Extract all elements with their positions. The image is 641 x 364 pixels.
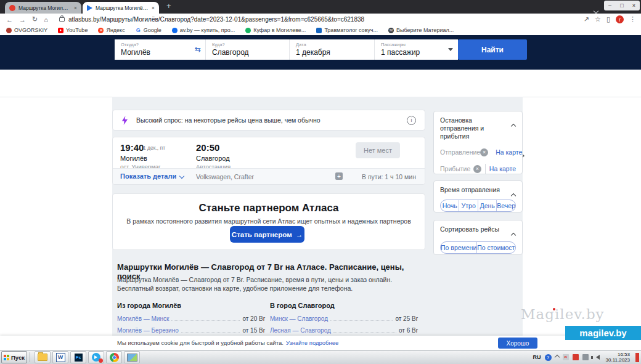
filter-sort-title: Сортировать рейсы — [440, 225, 514, 233]
collapse-chevron-icon[interactable] — [512, 119, 515, 131]
bookmark-yandex[interactable]: Яндекс — [98, 27, 125, 33]
taskbar-word-button[interactable] — [52, 351, 68, 363]
browser-menu-icon[interactable]: ⋮ — [629, 15, 636, 23]
lightning-icon — [121, 116, 128, 125]
clear-icon[interactable] — [473, 165, 481, 173]
hidden-icons-chevron-icon[interactable] — [554, 355, 559, 360]
filter-stops-box: Остановка отправления и прибытия Отправл… — [433, 111, 523, 174]
departure-stop-field[interactable]: Отправление На карте — [440, 147, 516, 157]
on-map-link[interactable]: На карте — [496, 148, 522, 156]
time-filter-morning[interactable]: Утро — [459, 200, 477, 211]
collapse-chevron-icon[interactable] — [512, 189, 515, 200]
chevron-down-icon — [179, 174, 184, 179]
profile-avatar[interactable]: r — [616, 15, 624, 23]
clear-icon[interactable] — [480, 148, 488, 156]
system-tray: RU 16:53 30.11.2023 — [533, 352, 641, 363]
bookmark-youtube[interactable]: YouTube — [58, 27, 88, 33]
url-field[interactable]: atlasbus.by/Маршруты/Могилёв/Славгород?d… — [68, 16, 364, 23]
taskbar-telegram-button[interactable] — [88, 351, 104, 363]
amenity-plus-icon — [335, 172, 343, 180]
maximize-button[interactable]: □ — [620, 2, 623, 9]
passengers-field[interactable]: Пассажиры 1 пассажир — [375, 39, 458, 60]
new-tab-button[interactable]: + — [166, 1, 171, 10]
date-price-tabs-bar: Цены на ближайшие даты 30 нояб., чт 1 де… — [0, 70, 641, 97]
route-link[interactable]: Лесная — Славгород — [270, 327, 331, 334]
route-price: от 20 Br — [242, 315, 265, 322]
tab1-close-icon[interactable]: × — [74, 5, 77, 11]
bookmark-google[interactable]: Google — [136, 27, 161, 33]
taskbar-chrome-button[interactable] — [106, 351, 122, 363]
avby-icon — [172, 28, 178, 33]
route-link[interactable]: Могилёв — Минск — [117, 315, 169, 322]
lock-icon — [59, 17, 65, 22]
watermark-dot — [553, 308, 555, 310]
no-seats-button[interactable]: Нет мест — [356, 142, 400, 158]
taskbar-photoshop-button[interactable] — [70, 351, 86, 363]
route-link[interactable]: Минск — Славгород — [270, 315, 328, 322]
date-field[interactable]: Дата 1 декабря — [290, 39, 375, 60]
cookie-learn-more-link[interactable]: Узнайте подробнее — [286, 339, 338, 346]
home-icon[interactable]: ⌂ — [44, 16, 48, 23]
sort-by-time[interactable]: По времени — [441, 242, 476, 253]
search-submit-button[interactable]: Найти — [458, 39, 527, 60]
route-link-row: Минск — Славгород от 25 Br — [270, 315, 418, 322]
to-field[interactable]: Куда? Славгород — [206, 39, 290, 60]
seo-text: Маршрутка Могилёв — Славгород от 7 Br. Р… — [117, 275, 420, 293]
show-details-link[interactable]: Показать детали — [120, 172, 184, 180]
swap-directions-icon[interactable]: ⇆ — [195, 45, 201, 54]
close-button[interactable]: × — [632, 2, 635, 9]
sort-by-price[interactable]: По стоимости — [476, 242, 516, 253]
bookmark-kufar[interactable]: Куфар в Могилеве... — [245, 27, 306, 33]
arrival-stop-field[interactable]: Прибытие На карте — [440, 164, 516, 174]
help-icon[interactable] — [545, 354, 552, 361]
photoshop-icon — [75, 354, 83, 362]
time-filter-evening[interactable]: Вечер — [496, 200, 515, 211]
bookmark-material[interactable]: Выберите Материал... — [388, 27, 454, 33]
browser-tab-2[interactable]: Маршрутка Могилёв — Славгоро... × — [83, 2, 159, 14]
trip-card[interactable]: 19:40 1 дек., пт Могилёв ост. Универмаг … — [112, 137, 425, 185]
network-icon[interactable] — [582, 354, 589, 360]
taskbar-folder-button[interactable] — [35, 351, 51, 363]
taskbar-image-viewer-button[interactable] — [124, 351, 140, 363]
back-icon[interactable]: ← — [6, 16, 13, 23]
route-link[interactable]: Могилёв — Березино — [117, 327, 179, 334]
speaker-icon[interactable] — [594, 355, 600, 360]
bookmark-ovgorskiy[interactable]: OVGORSKIY — [6, 27, 47, 33]
departure-city: Могилёв — [120, 155, 147, 162]
time-filter-day[interactable]: День — [478, 200, 496, 211]
dotted-leader — [330, 315, 393, 321]
reload-icon[interactable]: ↻ — [32, 15, 38, 23]
bookmark-avby[interactable]: av.by — купить, про... — [172, 27, 235, 33]
watermark-text: Magilev.by — [521, 306, 605, 322]
bookmark-favicon-icon — [388, 28, 394, 33]
chevron-down-icon — [448, 48, 453, 51]
become-partner-button[interactable]: Стать партнером → — [230, 226, 304, 243]
screen: Маршрутка Могилев-Славгород – × Маршрутк… — [0, 0, 641, 364]
address-bar: ← → ↻ ⌂ atlasbus.by/Маршруты/Могилёв/Сла… — [0, 14, 641, 26]
kufar-icon — [245, 28, 251, 33]
info-icon[interactable] — [407, 116, 416, 125]
tab2-close-icon[interactable]: × — [152, 5, 155, 11]
from-field[interactable]: Откуда? Могилёв ⇆ — [115, 39, 206, 60]
time-filter-night[interactable]: Ночь — [441, 200, 459, 211]
partner-title: Станьте партнером Атласа — [113, 202, 425, 214]
cookie-accept-button[interactable]: Хорошо — [498, 338, 537, 349]
bookmark-travmatolog[interactable]: Травматолог совуч... — [316, 27, 378, 33]
language-indicator[interactable]: RU — [533, 354, 541, 360]
start-button[interactable]: Пуск — [1, 351, 27, 363]
route-price: от 25 Br — [395, 315, 418, 322]
bookmark-star-icon[interactable]: ☆ — [595, 15, 601, 23]
browser-tab-1[interactable]: Маршрутка Могилев-Славгород – × — [5, 2, 81, 14]
share-icon[interactable]: ↗ — [584, 15, 589, 23]
browser-tab-strip: Маршрутка Могилев-Славгород – × Маршрутк… — [0, 0, 641, 14]
address-bar-actions: ↗ ☆ ▯ r ⋮ — [584, 15, 641, 23]
action-center-flag-icon[interactable] — [563, 354, 569, 360]
reading-list-icon[interactable]: ▯ — [606, 15, 610, 23]
tray-app-icon[interactable] — [573, 354, 579, 360]
on-map-link[interactable]: На карте — [489, 165, 516, 172]
minimize-button[interactable]: – — [608, 2, 611, 9]
filter-time-title: Время отправления — [440, 186, 514, 194]
collapse-chevron-icon[interactable] — [512, 229, 515, 240]
forward-icon[interactable]: → — [19, 16, 26, 23]
taskbar-clock[interactable]: 16:53 30.11.2023 — [606, 352, 630, 363]
